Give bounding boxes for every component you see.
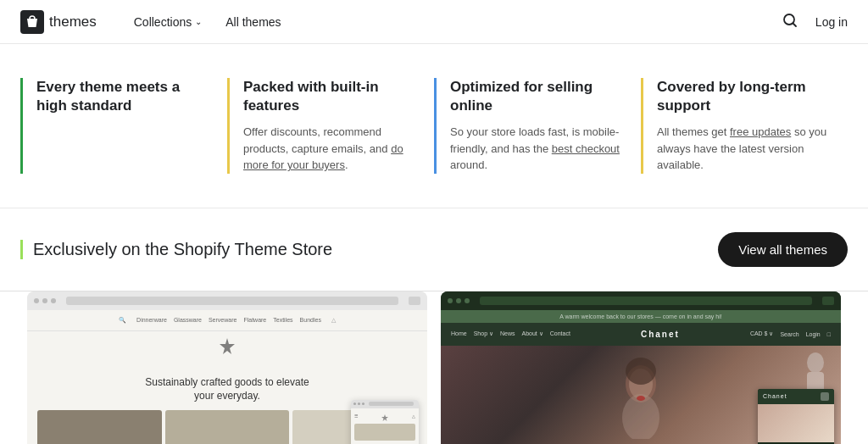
chevron-down-icon: ⌄ [195,17,202,26]
feature-selling: Optimized for selling online So your sto… [434,78,641,174]
mobile-content-left: ☰ △ Sustainably crafted goods to elevate… [351,408,419,444]
main-nav: themes Collections ⌄ All themes Log in [0,0,868,44]
theme-left-logo-icon [217,336,237,357]
theme-left-cart-icon: △ [331,317,336,324]
browser-dot-r1 [448,298,453,303]
theme-img-2 [165,410,290,444]
search-button[interactable] [778,8,802,35]
browser-action [409,297,420,305]
face-silhouette [615,354,666,439]
theme-preview-left[interactable]: 🔍 Dinnerware Glassware Serveware Flatwar… [27,291,427,444]
builtin-link[interactable]: do more for your buyers [243,142,403,172]
feature-selling-title: Optimized for selling online [450,78,620,115]
feature-standard-title: Every theme meets a high standard [36,78,207,115]
browser-chrome-right [441,291,841,310]
chanet-nav-right: CAD $ ∨ Search Login □ [750,330,831,337]
theme-left-headline: Sustainably crafted goods to elevateyour… [128,362,326,411]
features-section: Every theme meets a high standard Packed… [0,44,868,208]
chanet-logo: Chanet [641,330,680,339]
browser-dot-1 [34,298,39,303]
chanet-nav-items-left: Home Shop ∨ News About ∨ Contact [451,330,570,337]
mobile-panel-logo: Chanet [763,393,787,399]
browser-dot-r3 [465,298,470,303]
logo-text: themes [49,14,97,31]
svg-marker-2 [220,338,235,354]
shopify-bag-icon [20,10,44,34]
theme-left-search-icon: 🔍 [119,317,126,324]
view-all-themes-button[interactable]: View all themes [718,232,848,267]
nav-right: Log in [778,8,848,35]
selling-link[interactable]: best checkout [552,142,620,155]
theme-left-nav-items: Dinnerware Glassware Serveware Flatware … [136,317,321,323]
feature-support-desc: All themes get free updates so you alway… [657,124,827,174]
mobile-panel-right: Chanet Paris Meets New York [758,389,834,444]
feature-builtin-desc: Offer discounts, recommend products, cap… [243,124,414,174]
browser-dot-2 [42,298,47,303]
theme-img-1 [37,410,162,444]
svg-point-8 [637,396,645,401]
exclusive-title: Exclusively on the Shopify Theme Store [20,240,332,259]
feature-builtin: Packed with built-in features Offer disc… [227,78,434,174]
chanet-nav: Home Shop ∨ News About ∨ Contact Chanet … [441,323,841,346]
feature-support-title: Covered by long-term support [657,78,827,115]
browser-url-bar-right [480,297,812,305]
feature-support: Covered by long-term support All themes … [641,78,848,174]
theme-left-logo-area [217,331,237,362]
nav-links: Collections ⌄ All themes [124,10,778,34]
mobile-overlay-left: ☰ △ Sustainably crafted goods to elevate… [351,400,419,444]
mobile-chrome-left [351,400,419,408]
support-link[interactable]: free updates [730,125,791,138]
chanet-hero: COLLECTION Chanet Paris Meets New York [441,346,841,444]
svg-marker-3 [381,414,388,421]
feature-selling-desc: So your store loads fast, is mobile-frie… [450,124,620,174]
logo-link[interactable]: themes [20,10,97,34]
browser-action-right [822,297,834,305]
browser-dot-r2 [456,298,461,303]
mobile-panel-image [758,404,834,442]
collections-nav-link[interactable]: Collections ⌄ [124,10,212,34]
mobile-img-left [354,424,415,441]
browser-dot-3 [51,298,56,303]
theme-previews: 🔍 Dinnerware Glassware Serveware Flatwar… [0,291,868,444]
browser-chrome-left [27,291,427,310]
browser-url-bar [66,297,398,305]
svg-point-7 [626,358,656,385]
mobile-panel-menu-icon [821,392,829,401]
mobile-panel-nav: Chanet [758,389,834,404]
feature-standard: Every theme meets a high standard [20,78,227,174]
feature-builtin-title: Packed with built-in features [243,78,414,115]
login-button[interactable]: Log in [815,15,848,29]
all-themes-nav-link[interactable]: All themes [215,10,291,34]
search-icon [782,12,798,29]
svg-point-9 [807,352,824,373]
exclusive-section: Exclusively on the Shopify Theme Store V… [0,208,868,291]
theme-left-nav: 🔍 Dinnerware Glassware Serveware Flatwar… [27,310,427,331]
welcome-banner: A warm welcome back to our stores — come… [441,310,841,323]
theme-preview-right[interactable]: A warm welcome back to our stores — come… [441,291,841,444]
